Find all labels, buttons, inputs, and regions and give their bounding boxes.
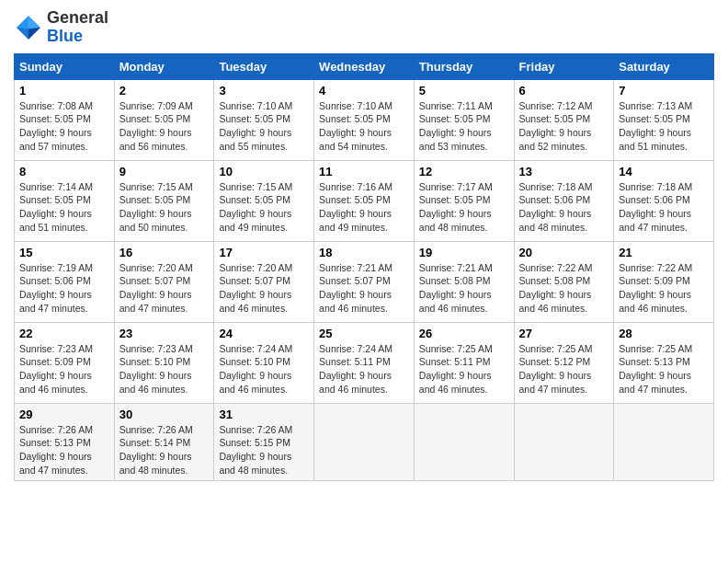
sunrise: Sunrise: 7:09 AM (119, 100, 193, 111)
calendar-cell: 28 Sunrise: 7:25 AM Sunset: 5:13 PM Dayl… (614, 322, 714, 403)
sunset: Sunset: 5:05 PM (19, 113, 91, 124)
week-row-2: 8 Sunrise: 7:14 AM Sunset: 5:05 PM Dayli… (15, 160, 714, 241)
day-number: 24 (219, 327, 309, 340)
col-saturday: Saturday (614, 53, 714, 79)
sunset: Sunset: 5:12 PM (519, 356, 591, 367)
calendar-cell: 17 Sunrise: 7:20 AM Sunset: 5:07 PM Dayl… (214, 241, 314, 322)
calendar-cell: 21 Sunrise: 7:22 AM Sunset: 5:09 PM Dayl… (614, 241, 714, 322)
sunrise: Sunrise: 7:12 AM (519, 100, 593, 111)
sunrise: Sunrise: 7:13 AM (619, 100, 692, 111)
daylight: Daylight: 9 hours and 57 minutes. (19, 127, 92, 152)
day-info: Sunrise: 7:11 AM Sunset: 5:05 PM Dayligh… (419, 99, 509, 154)
sunrise: Sunrise: 7:26 AM (119, 424, 193, 435)
calendar-cell: 25 Sunrise: 7:24 AM Sunset: 5:11 PM Dayl… (314, 322, 415, 403)
sunrise: Sunrise: 7:22 AM (619, 262, 692, 273)
sunrise: Sunrise: 7:21 AM (319, 262, 392, 273)
daylight: Daylight: 9 hours and 46 minutes. (519, 289, 592, 314)
day-number: 13 (519, 165, 609, 178)
calendar-cell: 30 Sunrise: 7:26 AM Sunset: 5:14 PM Dayl… (114, 403, 214, 481)
daylight: Daylight: 9 hours and 52 minutes. (519, 127, 592, 152)
page: General Blue Sunday Monday Tuesday Wedne… (0, 0, 728, 563)
calendar-cell (514, 403, 614, 481)
day-info: Sunrise: 7:21 AM Sunset: 5:07 PM Dayligh… (319, 261, 409, 316)
sunrise: Sunrise: 7:14 AM (19, 181, 93, 192)
day-info: Sunrise: 7:15 AM Sunset: 5:05 PM Dayligh… (219, 180, 309, 235)
day-number: 31 (219, 408, 309, 421)
day-info: Sunrise: 7:23 AM Sunset: 5:09 PM Dayligh… (19, 342, 109, 396)
sunrise: Sunrise: 7:10 AM (319, 100, 392, 111)
day-info: Sunrise: 7:08 AM Sunset: 5:05 PM Dayligh… (19, 99, 109, 154)
sunrise: Sunrise: 7:17 AM (419, 181, 493, 192)
sunset: Sunset: 5:05 PM (419, 194, 491, 205)
calendar-cell: 22 Sunrise: 7:23 AM Sunset: 5:09 PM Dayl… (15, 322, 115, 403)
sunrise: Sunrise: 7:25 AM (619, 343, 692, 354)
svg-marker-3 (17, 28, 28, 40)
sunset: Sunset: 5:14 PM (119, 437, 191, 448)
sunset: Sunset: 5:11 PM (419, 356, 491, 367)
daylight: Daylight: 9 hours and 56 minutes. (119, 127, 192, 152)
daylight: Daylight: 9 hours and 47 minutes. (119, 289, 192, 314)
logo-icon (14, 13, 43, 42)
daylight: Daylight: 9 hours and 46 minutes. (19, 370, 92, 395)
col-friday: Friday (514, 53, 614, 79)
week-row-5: 29 Sunrise: 7:26 AM Sunset: 5:13 PM Dayl… (15, 403, 714, 481)
day-number: 10 (219, 165, 309, 178)
daylight: Daylight: 9 hours and 53 minutes. (419, 127, 492, 152)
day-number: 2 (119, 84, 210, 98)
daylight: Daylight: 9 hours and 46 minutes. (119, 370, 192, 395)
svg-marker-2 (28, 28, 40, 40)
day-info: Sunrise: 7:26 AM Sunset: 5:14 PM Dayligh… (119, 423, 210, 477)
col-monday: Monday (114, 53, 214, 79)
sunset: Sunset: 5:05 PM (419, 113, 491, 124)
day-info: Sunrise: 7:24 AM Sunset: 5:11 PM Dayligh… (319, 342, 409, 396)
daylight: Daylight: 9 hours and 54 minutes. (319, 127, 392, 152)
logo-general: General (47, 8, 108, 27)
calendar-cell (614, 403, 714, 481)
calendar-cell: 16 Sunrise: 7:20 AM Sunset: 5:07 PM Dayl… (114, 241, 214, 322)
sunset: Sunset: 5:10 PM (219, 356, 290, 367)
sunrise: Sunrise: 7:21 AM (419, 262, 493, 273)
sunrise: Sunrise: 7:24 AM (219, 343, 292, 354)
calendar-cell: 3 Sunrise: 7:10 AM Sunset: 5:05 PM Dayli… (214, 79, 314, 160)
calendar-cell: 12 Sunrise: 7:17 AM Sunset: 5:05 PM Dayl… (414, 160, 514, 241)
sunset: Sunset: 5:05 PM (319, 113, 391, 124)
sunset: Sunset: 5:09 PM (19, 356, 91, 367)
daylight: Daylight: 9 hours and 49 minutes. (219, 208, 291, 233)
daylight: Daylight: 9 hours and 47 minutes. (619, 208, 691, 233)
calendar-cell: 27 Sunrise: 7:25 AM Sunset: 5:12 PM Dayl… (514, 322, 614, 403)
sunrise: Sunrise: 7:25 AM (519, 343, 593, 354)
daylight: Daylight: 9 hours and 49 minutes. (319, 208, 392, 233)
calendar-cell (414, 403, 514, 481)
day-number: 5 (419, 84, 509, 98)
day-info: Sunrise: 7:10 AM Sunset: 5:05 PM Dayligh… (319, 99, 409, 154)
day-info: Sunrise: 7:12 AM Sunset: 5:05 PM Dayligh… (519, 99, 609, 154)
sunrise: Sunrise: 7:23 AM (19, 343, 93, 354)
daylight: Daylight: 9 hours and 50 minutes. (119, 208, 192, 233)
day-info: Sunrise: 7:16 AM Sunset: 5:05 PM Dayligh… (319, 180, 409, 235)
week-row-1: 1 Sunrise: 7:08 AM Sunset: 5:05 PM Dayli… (15, 79, 714, 160)
day-info: Sunrise: 7:17 AM Sunset: 5:05 PM Dayligh… (419, 180, 509, 235)
day-info: Sunrise: 7:09 AM Sunset: 5:05 PM Dayligh… (119, 99, 210, 154)
day-number: 22 (19, 327, 109, 340)
sunset: Sunset: 5:13 PM (19, 437, 91, 448)
sunset: Sunset: 5:06 PM (19, 275, 91, 286)
sunrise: Sunrise: 7:16 AM (319, 181, 392, 192)
day-number: 11 (319, 165, 409, 178)
day-info: Sunrise: 7:25 AM Sunset: 5:13 PM Dayligh… (619, 342, 709, 396)
day-info: Sunrise: 7:15 AM Sunset: 5:05 PM Dayligh… (119, 180, 210, 235)
sunrise: Sunrise: 7:10 AM (219, 100, 292, 111)
day-info: Sunrise: 7:13 AM Sunset: 5:05 PM Dayligh… (619, 99, 709, 154)
sunset: Sunset: 5:05 PM (319, 194, 391, 205)
calendar-cell: 20 Sunrise: 7:22 AM Sunset: 5:08 PM Dayl… (514, 241, 614, 322)
sunrise: Sunrise: 7:19 AM (19, 262, 93, 273)
day-info: Sunrise: 7:18 AM Sunset: 5:06 PM Dayligh… (519, 180, 609, 235)
col-thursday: Thursday (414, 53, 514, 79)
daylight: Daylight: 9 hours and 46 minutes. (619, 289, 691, 314)
daylight: Daylight: 9 hours and 46 minutes. (419, 289, 492, 314)
sunset: Sunset: 5:05 PM (119, 113, 191, 124)
daylight: Daylight: 9 hours and 46 minutes. (419, 370, 492, 395)
calendar-cell: 29 Sunrise: 7:26 AM Sunset: 5:13 PM Dayl… (15, 403, 115, 481)
calendar-cell: 6 Sunrise: 7:12 AM Sunset: 5:05 PM Dayli… (514, 79, 614, 160)
sunrise: Sunrise: 7:20 AM (219, 262, 292, 273)
daylight: Daylight: 9 hours and 51 minutes. (19, 208, 92, 233)
